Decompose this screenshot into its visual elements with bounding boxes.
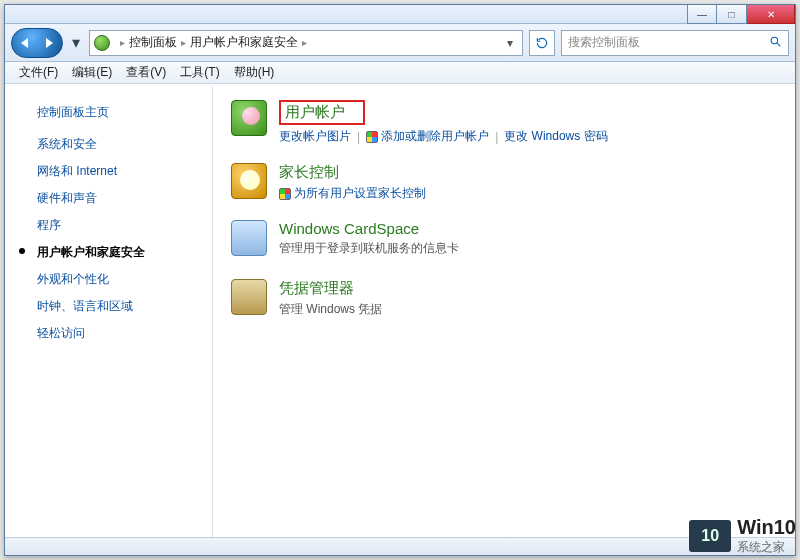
category-links: 更改帐户图片|添加或删除用户帐户|更改 Windows 密码 [279,128,777,145]
sidebar-item-0[interactable]: 系统和安全 [37,131,212,158]
status-bar [5,537,795,555]
task-link[interactable]: 更改 Windows 密码 [504,128,607,145]
shield-icon [279,188,291,200]
sidebar-item-1[interactable]: 网络和 Internet [37,158,212,185]
svg-line-1 [777,43,780,46]
category-title-link[interactable]: 用户帐户 [279,100,365,125]
window-frame: — □ ✕ ▾ ▸ 控制面板 ▸ 用户帐户和家庭安全 ▸ ▾ 搜索控制面板 [4,4,796,556]
refresh-icon [535,36,549,50]
nav-history-dropdown[interactable]: ▾ [69,29,83,57]
watermark-line2: 系统之家 [737,539,796,556]
category-body: 家长控制为所有用户设置家长控制 [279,163,777,202]
sidebar-list: 系统和安全网络和 Internet硬件和声音程序用户帐户和家庭安全外观和个性化时… [5,131,212,347]
search-input[interactable]: 搜索控制面板 [561,30,789,56]
category-parental: 家长控制为所有用户设置家长控制 [231,163,777,202]
task-link[interactable]: 更改帐户图片 [279,128,351,145]
chevron-right-icon: ▸ [120,37,125,48]
address-bar: ▾ ▸ 控制面板 ▸ 用户帐户和家庭安全 ▸ ▾ 搜索控制面板 [5,24,795,62]
task-link[interactable]: 添加或删除用户帐户 [366,128,489,145]
refresh-button[interactable] [529,30,555,56]
content-pane: 用户帐户更改帐户图片|添加或删除用户帐户|更改 Windows 密码家长控制为所… [213,86,795,537]
maximize-button[interactable]: □ [717,5,747,24]
sidebar-item-2[interactable]: 硬件和声音 [37,185,212,212]
category-body: 用户帐户更改帐户图片|添加或删除用户帐户|更改 Windows 密码 [279,100,777,145]
menu-file[interactable]: 文件(F) [13,62,64,83]
link-separator: | [357,130,360,144]
chevron-right-icon: ▸ [302,37,307,48]
breadcrumb-item[interactable]: 控制面板 [129,34,177,51]
link-separator: | [495,130,498,144]
forward-icon [46,38,53,48]
menu-view[interactable]: 查看(V) [120,62,172,83]
sidebar-item-4[interactable]: 用户帐户和家庭安全 [37,239,212,266]
menu-edit[interactable]: 编辑(E) [66,62,118,83]
category-cred: 凭据管理器管理 Windows 凭据 [231,279,777,322]
cred-icon [231,279,267,315]
sidebar-item-5[interactable]: 外观和个性化 [37,266,212,293]
sidebar-item-6[interactable]: 时钟、语言和区域 [37,293,212,320]
category-title-link[interactable]: 凭据管理器 [279,279,777,298]
shield-icon [366,131,378,143]
body: 控制面板主页 系统和安全网络和 Internet硬件和声音程序用户帐户和家庭安全… [5,86,795,537]
titlebar: — □ ✕ [5,5,795,24]
sidebar-home-link[interactable]: 控制面板主页 [5,104,212,131]
watermark-badge: 10 [689,520,731,552]
chevron-right-icon: ▸ [181,37,186,48]
menu-tools[interactable]: 工具(T) [174,62,225,83]
category-body: Windows CardSpace管理用于登录到联机服务的信息卡 [279,220,777,261]
minimize-button[interactable]: — [687,5,717,24]
breadcrumb[interactable]: ▸ 控制面板 ▸ 用户帐户和家庭安全 ▸ ▾ [89,30,523,56]
window-controls: — □ ✕ [687,5,795,24]
search-icon [769,35,782,51]
category-subtitle: 管理 Windows 凭据 [279,301,777,318]
category-cardspace: Windows CardSpace管理用于登录到联机服务的信息卡 [231,220,777,261]
sidebar-item-3[interactable]: 程序 [37,212,212,239]
search-placeholder: 搜索控制面板 [568,34,640,51]
watermark-line1: Win10 [737,516,796,538]
svg-point-0 [771,37,778,44]
cardspace-icon [231,220,267,256]
control-panel-icon [94,35,110,51]
breadcrumb-item[interactable]: 用户帐户和家庭安全 [190,34,298,51]
category-body: 凭据管理器管理 Windows 凭据 [279,279,777,322]
sidebar-item-7[interactable]: 轻松访问 [37,320,212,347]
close-button[interactable]: ✕ [747,5,795,24]
watermark: 10 Win10 系统之家 [689,516,796,556]
category-user_accounts: 用户帐户更改帐户图片|添加或删除用户帐户|更改 Windows 密码 [231,100,777,145]
category-title-link[interactable]: 家长控制 [279,163,777,182]
sidebar: 控制面板主页 系统和安全网络和 Internet硬件和声音程序用户帐户和家庭安全… [5,86,213,537]
menu-help[interactable]: 帮助(H) [228,62,281,83]
category-links: 为所有用户设置家长控制 [279,185,777,202]
user_accounts-icon [231,100,267,136]
nav-back-forward[interactable] [11,28,63,58]
task-link[interactable]: 为所有用户设置家长控制 [279,185,426,202]
breadcrumb-dropdown[interactable]: ▾ [502,36,518,50]
parental-icon [231,163,267,199]
menu-bar: 文件(F) 编辑(E) 查看(V) 工具(T) 帮助(H) [5,62,795,84]
back-icon [21,38,28,48]
category-subtitle: 管理用于登录到联机服务的信息卡 [279,240,777,257]
category-title-link[interactable]: Windows CardSpace [279,220,777,237]
